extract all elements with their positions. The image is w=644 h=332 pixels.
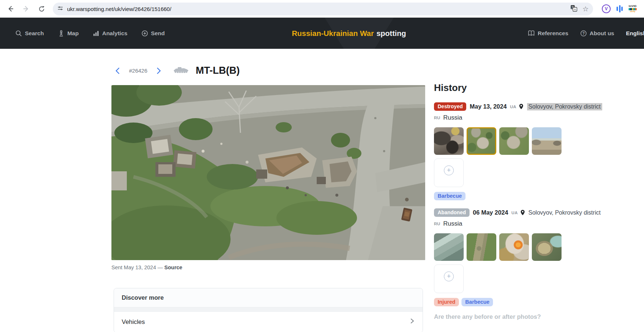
country-code: UA bbox=[510, 105, 516, 109]
add-photo-button[interactable]: + bbox=[434, 158, 464, 187]
location-pin-icon bbox=[519, 103, 524, 110]
record-column: #26426 MT-LB(B) bbox=[111, 49, 425, 332]
nav-item-send[interactable]: Send bbox=[141, 30, 165, 37]
site-settings-icon[interactable] bbox=[57, 5, 63, 13]
brand-rest: spotting bbox=[376, 29, 406, 38]
extension-invid-icon[interactable]: InVID verify bbox=[629, 5, 637, 13]
side-code: RU bbox=[434, 116, 440, 120]
add-photo-button[interactable]: + bbox=[434, 264, 464, 293]
tag-barbecue[interactable]: Barbecue bbox=[461, 298, 493, 306]
record-id: #26426 bbox=[129, 68, 147, 74]
question-circle-icon: ? bbox=[580, 30, 587, 37]
vehicle-title: MT-LB(B) bbox=[196, 65, 240, 76]
extension-bars-icon[interactable] bbox=[617, 5, 623, 13]
url-text[interactable]: ukr.warspotting.net/uk/view/26426/151660… bbox=[67, 6, 567, 12]
reload-button[interactable] bbox=[35, 3, 48, 15]
entry-side-line: RU Russia bbox=[434, 220, 588, 227]
side-name: Russia bbox=[443, 114, 462, 121]
plus-icon: + bbox=[444, 165, 454, 175]
bar-chart-icon bbox=[93, 30, 99, 37]
plus-icon: + bbox=[444, 271, 454, 281]
site-brand[interactable]: Russian-Ukrainian War spotting bbox=[292, 18, 406, 49]
entry-date: May 13, 2024 bbox=[470, 103, 507, 110]
forward-button[interactable] bbox=[20, 3, 32, 15]
book-icon bbox=[528, 30, 535, 36]
discover-item-vehicles[interactable]: Vehicles bbox=[114, 311, 423, 332]
browser-toolbar: ukr.warspotting.net/uk/view/26426/151660… bbox=[0, 0, 644, 18]
history-photo-thumbnail[interactable] bbox=[499, 233, 529, 261]
nav-item-search[interactable]: Search bbox=[15, 30, 44, 37]
extension-v-icon[interactable]: V bbox=[602, 4, 611, 13]
main-photo[interactable] bbox=[111, 85, 425, 260]
card-divider bbox=[114, 307, 423, 311]
entry-location[interactable]: Solovyov, Pokrovsky district bbox=[527, 103, 602, 110]
back-button[interactable] bbox=[4, 3, 17, 15]
history-photo-thumbnail[interactable] bbox=[434, 233, 464, 261]
caption-sent-text: Sent May 13, 2024 — bbox=[111, 264, 163, 270]
entry-photo-thumbnails bbox=[434, 233, 588, 261]
nav-item-language[interactable]: English bbox=[626, 30, 644, 37]
history-photo-thumbnail[interactable] bbox=[499, 127, 529, 155]
entry-side-line: RU Russia bbox=[434, 114, 588, 121]
page-content: #26426 MT-LB(B) bbox=[0, 49, 644, 332]
side-name: Russia bbox=[443, 220, 462, 227]
svg-text:?: ? bbox=[582, 31, 585, 35]
nav-item-analytics[interactable]: Analytics bbox=[93, 30, 128, 37]
entry-tags: Injured Barbecue bbox=[434, 298, 588, 306]
location-pin-icon bbox=[520, 209, 525, 216]
navbar-right: References ? About us English bbox=[528, 18, 644, 49]
chevron-right-icon bbox=[409, 317, 415, 326]
status-badge: Destroyed bbox=[434, 102, 466, 111]
address-bar[interactable]: ukr.warspotting.net/uk/view/26426/151660… bbox=[53, 3, 593, 15]
history-entry-header: Destroyed May 13, 2024 UA Solovyov, Pokr… bbox=[434, 102, 588, 111]
nav-item-about[interactable]: ? About us bbox=[580, 30, 614, 37]
history-panel: History Destroyed May 13, 2024 UA Solovy… bbox=[434, 82, 588, 320]
svg-text:A: A bbox=[574, 7, 576, 11]
translate-icon[interactable]: 文 A bbox=[570, 5, 577, 13]
map-pegman-icon bbox=[58, 30, 65, 37]
vehicle-silhouette-icon bbox=[172, 66, 189, 75]
navbar-left: Search Map Analytics Send bbox=[15, 18, 165, 49]
history-entry-header: Abandoned 06 May 2024 UA Solovyov, Pokro… bbox=[434, 208, 588, 217]
tag-barbecue[interactable]: Barbecue bbox=[434, 192, 465, 200]
entry-tags: Barbecue bbox=[434, 192, 588, 200]
entry-location[interactable]: Solovyov, Pokrovsky district bbox=[529, 209, 601, 216]
tag-injured[interactable]: Injured bbox=[434, 298, 459, 306]
history-photo-thumbnail[interactable] bbox=[467, 233, 496, 261]
record-title-row: #26426 MT-LB(B) bbox=[111, 65, 425, 76]
discover-more-title: Discover more bbox=[114, 288, 423, 307]
history-photo-thumbnail[interactable] bbox=[532, 127, 562, 155]
bookmark-star-icon[interactable]: ☆ bbox=[582, 6, 589, 12]
country-code: UA bbox=[511, 211, 518, 215]
source-link[interactable]: Source bbox=[164, 264, 182, 270]
entry-date: 06 May 2024 bbox=[473, 209, 508, 216]
site-navbar: Search Map Analytics Send Russian-Ukrain… bbox=[0, 18, 644, 49]
before-after-question[interactable]: Are there any before or after photos? bbox=[434, 313, 588, 320]
side-code: RU bbox=[434, 222, 440, 226]
photo-caption: Sent May 13, 2024 — Source bbox=[111, 264, 425, 270]
history-photo-thumbnail-selected[interactable] bbox=[467, 127, 496, 155]
extensions-area: V InVID verify bbox=[598, 4, 640, 13]
previous-record-chevron-icon[interactable] bbox=[114, 66, 122, 76]
history-title: History bbox=[434, 82, 588, 94]
nav-item-map[interactable]: Map bbox=[58, 30, 79, 37]
next-record-chevron-icon[interactable] bbox=[154, 66, 163, 76]
entry-photo-thumbnails bbox=[434, 127, 588, 155]
plus-circle-icon bbox=[141, 30, 148, 37]
history-entry: Abandoned 06 May 2024 UA Solovyov, Pokro… bbox=[434, 208, 588, 306]
discover-more-card: Discover more Vehicles bbox=[114, 288, 423, 332]
history-photo-thumbnail[interactable] bbox=[434, 127, 464, 155]
history-photo-thumbnail[interactable] bbox=[532, 233, 562, 261]
brand-highlight: Russian-Ukrainian War bbox=[292, 29, 374, 38]
history-entry: Destroyed May 13, 2024 UA Solovyov, Pokr… bbox=[434, 102, 588, 200]
nav-item-references[interactable]: References bbox=[528, 30, 568, 37]
status-badge: Abandoned bbox=[434, 208, 470, 217]
search-icon bbox=[15, 30, 22, 37]
